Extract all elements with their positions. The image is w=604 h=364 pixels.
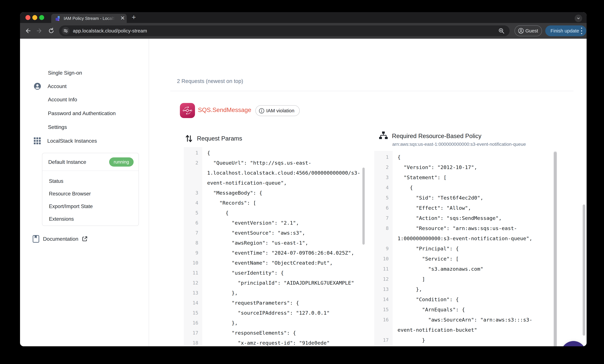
policy-code[interactable]: 1{2 "Version": "2012-10-17",3 "Statement… — [374, 151, 558, 346]
code-line: 10 "Service": [ — [374, 254, 558, 264]
grid-icon — [34, 137, 41, 145]
tab-search-chevron-icon[interactable] — [575, 15, 582, 22]
finish-update-button[interactable]: Finish update — [545, 25, 586, 36]
tab-close-icon[interactable]: ✕ — [118, 14, 127, 23]
code-line: 1.localhost.localstack.cloud:4566/000000… — [184, 168, 365, 178]
code-line: 2 "QueueUrl": "http://sqs.us-east- — [184, 158, 365, 168]
site-settings-icon[interactable] — [62, 27, 70, 35]
policy-json: 1{2 "Version": "2012-10-17",3 "Statement… — [374, 152, 558, 346]
sidebar-divider — [149, 39, 149, 346]
code-line: 15 "sourceIPAddress": "127.0.0.1" — [184, 308, 365, 318]
instance-card-item[interactable]: Status — [49, 175, 93, 187]
url-text: app.localstack.cloud/policy-stream — [73, 25, 147, 36]
sidebar-item-account[interactable]: Account — [34, 82, 67, 90]
account-avatar-icon — [34, 82, 41, 90]
code-line: 2 "Version": "2012-10-17", — [374, 162, 558, 172]
code-line: 10 "eventName": "ObjectCreated:Put", — [184, 258, 365, 268]
code-line: 3 "Statement": [ — [374, 172, 558, 182]
sidebar-item-account-info[interactable]: Account Info — [48, 97, 77, 103]
code-line: 8 "Resource": "arn:aws:sqs:us-east- — [374, 223, 558, 233]
policy-header: Required Resource-Based Policy — [379, 132, 481, 141]
code-line: 13 }, — [374, 284, 558, 294]
code-line: 7 "Action": "sqs:SendMessage", — [374, 213, 558, 223]
status-badge: running — [109, 158, 134, 167]
instance-card: Default Instance running StatusResource … — [42, 153, 139, 226]
browser-tab[interactable]: IAM Policy Stream - LocalSta ✕ — [51, 14, 127, 23]
code-line: 5 "Sid": "Test6f4ec2d0", — [374, 193, 558, 203]
code-line: event-notification-queue", — [184, 178, 365, 188]
policy-title: Required Resource-Based Policy — [392, 133, 481, 140]
instance-card-item[interactable]: Extensions — [49, 213, 93, 225]
request-params-code[interactable]: 1{2 "QueueUrl": "http://sqs.us-east-1.lo… — [184, 147, 365, 346]
instance-card-header[interactable]: Default Instance running — [42, 153, 138, 171]
code-line: event-notification-bucket" — [374, 325, 558, 335]
code-line: 7 "eventSource": "aws:s3", — [184, 228, 365, 238]
url-bar[interactable]: app.localstack.cloud/policy-stream — [59, 25, 510, 36]
request-operation-label[interactable]: SQS.SendMessage — [198, 107, 251, 113]
instance-card-item[interactable]: Export/Import State — [49, 200, 93, 213]
iam-violation-label: IAM violation — [266, 108, 294, 113]
browser-window: IAM Policy Stream - LocalSta ✕ + — [20, 12, 587, 346]
code-line: 5 { — [184, 208, 365, 218]
request-params-title: Request Params — [197, 135, 242, 142]
reload-icon[interactable] — [48, 27, 55, 35]
code-line: 13 }, — [184, 288, 365, 298]
sidebar-item-single-sign-on[interactable]: Single Sign-on — [48, 70, 82, 76]
requests-count-header: 2 Requests (newest on top) — [177, 78, 243, 84]
request-params-header: Request Params — [185, 134, 242, 143]
policy-scrollbar-thumb[interactable] — [554, 152, 557, 346]
page-content: Single Sign-on Account Account Info Pass… — [20, 39, 587, 346]
sqs-service-icon — [180, 103, 195, 118]
external-link-icon — [82, 236, 88, 242]
sort-arrows-icon — [185, 134, 193, 143]
finish-update-label: Finish update — [551, 28, 579, 34]
code-line: 16 "aws:SourceArn": "arn:aws:s3:::s3- — [374, 315, 558, 325]
code-line: 15 "ArnEquals": { — [374, 304, 558, 315]
instance-name: Default Instance — [48, 153, 86, 171]
sidebar-item-localstack-instances[interactable]: LocalStack Instances — [34, 137, 97, 145]
code-line: 18 } — [374, 345, 558, 346]
sidebar-item-documentation[interactable]: Documentation — [32, 235, 88, 243]
resource-tree-icon — [379, 132, 388, 141]
browser-toolbar: app.localstack.cloud/policy-stream Guest… — [20, 23, 587, 39]
close-window-button[interactable] — [25, 15, 30, 20]
code-line: 12 "principalId": "AIDAJDPLRKLG7UEXAMPLE… — [184, 278, 365, 288]
code-line: 14 "requestParameters": { — [184, 298, 365, 308]
chat-widget-button[interactable] — [561, 341, 586, 346]
guest-label: Guest — [525, 28, 538, 34]
code-line: 6 "Effect": "Allow", — [374, 203, 558, 213]
guest-profile-button[interactable]: Guest — [515, 25, 542, 36]
code-line: 11 "s3.amazonaws.com" — [374, 264, 558, 274]
code-line: 4 "Records": [ — [184, 198, 365, 208]
request-params-vertical-scrollbar[interactable] — [362, 168, 365, 245]
fullscreen-window-button[interactable] — [39, 15, 44, 20]
book-icon — [32, 235, 40, 243]
code-line: 1{ — [184, 148, 365, 158]
code-line: 9 "Principal": { — [374, 243, 558, 254]
code-line: 17 "responseElements": { — [184, 328, 365, 338]
kebab-menu-icon[interactable] — [581, 27, 582, 34]
sidebar-item-settings[interactable]: Settings — [48, 124, 67, 130]
header-divider — [170, 91, 573, 91]
new-tab-button[interactable]: + — [130, 13, 138, 22]
localstack-favicon — [55, 15, 61, 21]
localstack-instances-label: LocalStack Instances — [47, 138, 97, 144]
code-line: 4 { — [374, 182, 558, 193]
zoom-page-icon[interactable] — [498, 27, 505, 35]
policy-arn: arn:aws:sqs:us-east-1:000000000000:s3-ev… — [392, 142, 526, 147]
sidebar-item-password-authentication[interactable]: Password and Authentication — [48, 110, 116, 116]
instance-card-item[interactable]: Resource Browser — [49, 187, 93, 200]
request-params-json: 1{2 "QueueUrl": "http://sqs.us-east-1.lo… — [184, 148, 365, 346]
back-icon[interactable] — [24, 27, 32, 35]
page-scrollbar[interactable] — [583, 205, 585, 336]
code-line: 1:000000000000:s3-event-notification-que… — [374, 233, 558, 243]
code-line: 11 "userIdentity": { — [184, 268, 365, 278]
minimize-window-button[interactable] — [32, 15, 37, 20]
forward-icon[interactable] — [36, 27, 43, 35]
info-icon — [259, 108, 264, 114]
guest-avatar-icon — [518, 28, 524, 34]
code-line: 3 "MessageBody": { — [184, 188, 365, 198]
code-line: 12 ] — [374, 274, 558, 284]
code-line: 9 "eventTime": "2024-07-09T06:26:04.025Z… — [184, 248, 365, 258]
code-line: 18 "x-amz-request-id": "91de0ede" — [184, 338, 365, 346]
